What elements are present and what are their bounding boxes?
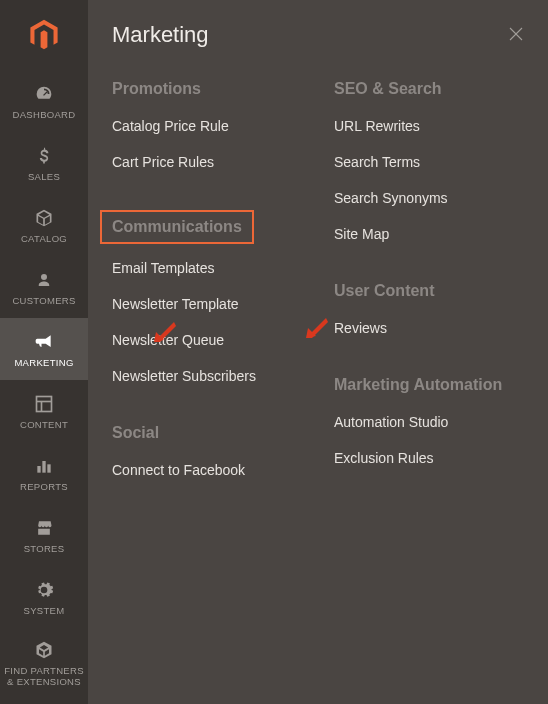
section-seo: SEO & Search URL Rewrites Search Terms S… (334, 80, 524, 242)
section-communications: Communications Email Templates Newslette… (112, 210, 302, 384)
gear-icon (34, 578, 54, 602)
store-icon (33, 516, 55, 540)
nav-marketing[interactable]: MARKETING (0, 318, 88, 380)
section-heading: Social (112, 424, 159, 442)
link-newsletter-template[interactable]: Newsletter Template (112, 296, 302, 312)
svg-rect-4 (42, 461, 45, 473)
nav-sales[interactable]: SALES (0, 132, 88, 194)
box-icon (34, 206, 54, 230)
svg-rect-0 (37, 396, 52, 411)
link-url-rewrites[interactable]: URL Rewrites (334, 118, 524, 134)
magento-logo-icon (27, 18, 61, 52)
dashboard-icon (33, 82, 55, 106)
nav-customers[interactable]: CUSTOMERS (0, 256, 88, 318)
flyout-right-column: SEO & Search URL Rewrites Search Terms S… (334, 80, 524, 518)
section-heading-highlighted: Communications (100, 210, 254, 244)
puzzle-icon (34, 638, 54, 662)
nav-label: SYSTEM (24, 606, 65, 617)
dollar-icon (34, 144, 54, 168)
link-newsletter-queue[interactable]: Newsletter Queue (112, 332, 302, 348)
link-catalog-price-rule[interactable]: Catalog Price Rule (112, 118, 302, 134)
nav-label: MARKETING (14, 358, 73, 369)
nav-label: DASHBOARD (13, 110, 76, 121)
link-reviews[interactable]: Reviews (334, 320, 524, 336)
svg-rect-3 (37, 466, 40, 473)
section-marketing-automation: Marketing Automation Automation Studio E… (334, 376, 524, 466)
layout-icon (34, 392, 54, 416)
nav-dashboard[interactable]: DASHBOARD (0, 70, 88, 132)
flyout-left-column: Promotions Catalog Price Rule Cart Price… (112, 80, 302, 518)
nav-label: CUSTOMERS (12, 296, 75, 307)
link-exclusion-rules[interactable]: Exclusion Rules (334, 450, 524, 466)
nav-label: CONTENT (20, 420, 68, 431)
close-button[interactable] (504, 22, 528, 46)
link-search-synonyms[interactable]: Search Synonyms (334, 190, 524, 206)
section-heading: Promotions (112, 80, 201, 98)
magento-logo[interactable] (0, 0, 88, 70)
section-heading: SEO & Search (334, 80, 442, 98)
megaphone-icon (33, 330, 55, 354)
section-heading: Marketing Automation (334, 376, 502, 394)
admin-sidebar: DASHBOARD SALES CATALOG CUSTOMERS MARKET… (0, 0, 88, 704)
nav-label: FIND PARTNERS & EXTENSIONS (2, 666, 86, 688)
marketing-flyout: Marketing Promotions Catalog Price Rule … (88, 0, 548, 704)
svg-rect-5 (47, 464, 50, 472)
section-promotions: Promotions Catalog Price Rule Cart Price… (112, 80, 302, 170)
nav-label: STORES (24, 544, 65, 555)
link-newsletter-subscribers[interactable]: Newsletter Subscribers (112, 368, 302, 384)
nav-label: REPORTS (20, 482, 68, 493)
section-user-content: User Content Reviews (334, 282, 524, 336)
bar-chart-icon (34, 454, 54, 478)
nav-reports[interactable]: REPORTS (0, 442, 88, 504)
nav-partners[interactable]: FIND PARTNERS & EXTENSIONS (0, 628, 88, 698)
nav-catalog[interactable]: CATALOG (0, 194, 88, 256)
link-site-map[interactable]: Site Map (334, 226, 524, 242)
nav-label: CATALOG (21, 234, 67, 245)
nav-system[interactable]: SYSTEM (0, 566, 88, 628)
section-heading: User Content (334, 282, 434, 300)
link-email-templates[interactable]: Email Templates (112, 260, 302, 276)
flyout-title: Marketing (112, 22, 524, 48)
section-social: Social Connect to Facebook (112, 424, 302, 478)
person-icon (35, 268, 53, 292)
nav-content[interactable]: CONTENT (0, 380, 88, 442)
close-icon (507, 25, 525, 43)
flyout-columns: Promotions Catalog Price Rule Cart Price… (112, 80, 524, 518)
link-automation-studio[interactable]: Automation Studio (334, 414, 524, 430)
link-search-terms[interactable]: Search Terms (334, 154, 524, 170)
nav-label: SALES (28, 172, 60, 183)
link-cart-price-rules[interactable]: Cart Price Rules (112, 154, 302, 170)
link-connect-facebook[interactable]: Connect to Facebook (112, 462, 302, 478)
nav-stores[interactable]: STORES (0, 504, 88, 566)
